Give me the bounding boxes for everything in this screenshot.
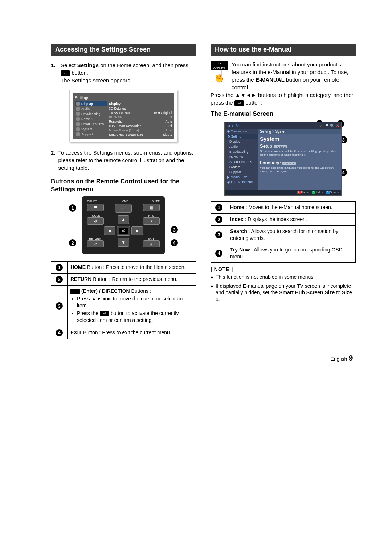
search-icon: 🔍 (330, 124, 334, 128)
text: Button : Press to move to the Home scree… (86, 264, 185, 270)
hand-icon: ☝ (211, 69, 228, 84)
remote-buttons-table: 1 HOME Button : Press to move to the Hom… (51, 261, 196, 339)
text: Press the (77, 310, 100, 316)
note-heading: | NOTE | (211, 266, 356, 272)
settings-title: Settings (75, 95, 172, 100)
sub: Display (225, 139, 258, 144)
enter-icon: ⏎ (61, 70, 70, 76)
bold: Home (230, 204, 244, 210)
emanual-remote-icon: E-MANUAL ☝ (211, 61, 228, 84)
option: Setup (260, 143, 272, 149)
try-now-badge: Try Now (274, 145, 287, 148)
exit-button: ⎋ (143, 240, 160, 247)
cat: Connection (231, 130, 248, 133)
guide-button: ▦ (143, 204, 160, 211)
text: to (335, 290, 342, 295)
index-icon: ≣ (324, 124, 329, 128)
return-button: ↶ (87, 240, 104, 247)
sub: Support (225, 169, 258, 175)
refresh-icon: ↻ (235, 124, 240, 128)
display-icon (76, 102, 80, 106)
bold: (Enter) / DIRECTION (80, 288, 130, 294)
row-v: Off (168, 115, 172, 119)
right-button: ► (131, 226, 143, 235)
option: Language (260, 160, 281, 165)
chevron-down-icon: ⌄ (225, 185, 258, 190)
home-button: ⌂ (115, 204, 132, 213)
row-k: BD Wise (109, 115, 122, 119)
callout-3: 3 (171, 226, 178, 233)
text: To access the Settings menus, sub-menus,… (58, 149, 196, 172)
desc: You can select the language you prefer f… (260, 166, 339, 173)
foot-label: Search (330, 191, 339, 194)
bold: EXIT (70, 330, 82, 335)
badge-1: 1 (215, 204, 222, 211)
broadcast-icon (76, 112, 80, 116)
emanual-table: 1 Home : Moves to the e-Manual home scre… (211, 201, 356, 263)
emanual-screenshot: ◄►↻ ⌂ ≣ 🔍 ✕ ◈ Connection ⚙ Setting Displ… (224, 122, 342, 196)
home-icon: ⌂ (319, 124, 324, 128)
bold: E-MANUAL (256, 77, 285, 83)
text: button. (70, 70, 88, 76)
remote-sub-heading: Buttons on the Remote Control used for t… (51, 177, 196, 193)
media-icon: ▶ (227, 175, 230, 179)
page-title: System (260, 136, 339, 142)
connection-icon: ◈ (227, 130, 230, 133)
note-item: This function is not enabled in some men… (211, 274, 356, 281)
sidebar-item: Display (81, 102, 93, 106)
back-icon: ◄ (226, 124, 231, 128)
sidebar-item: Broadcasting (81, 112, 101, 116)
badge-3: 3 (215, 231, 222, 238)
sidebar-item: Smart Features (81, 122, 104, 126)
tools-label: TOOLS (87, 214, 103, 217)
dtv-icon: ◉ (227, 180, 230, 184)
row-v: 16:9 Original (154, 111, 172, 115)
system-icon (76, 127, 80, 131)
bold: Search (230, 228, 247, 234)
sidebar-item: System (81, 127, 92, 131)
emanual-sub-heading: The E-manual Screen (211, 110, 356, 118)
audio-icon (76, 107, 80, 111)
bold: RETURN (70, 276, 91, 282)
exit-label: EXIT (143, 237, 159, 240)
step-num: 2. (51, 149, 56, 172)
bold: HOME (70, 264, 86, 270)
callout-2: 2 (69, 239, 76, 246)
blue-key-icon: D (326, 191, 330, 194)
text: : Displays the index screen. (244, 216, 307, 222)
callout-4: 4 (171, 239, 178, 246)
desc: Sets the channels and the time when sett… (260, 150, 339, 156)
bullet: Press the ⏎ button to activate the curre… (77, 310, 193, 324)
text: . (219, 296, 220, 302)
green-key-icon: B (312, 191, 315, 194)
text: Select (61, 62, 77, 68)
chlist-label: CH LIST (87, 200, 97, 202)
up-button: ▲ (118, 215, 129, 224)
page-number: 9 (348, 353, 353, 363)
badge-2: 2 (215, 216, 222, 223)
bold: Settings (77, 62, 99, 68)
sub: System (225, 164, 258, 169)
settings-sidebar: Display Audio Broadcasting Network Smart… (75, 101, 107, 137)
badge-1: 1 (56, 264, 63, 271)
row-k: Resolution (109, 120, 124, 123)
foot-label: Home (301, 191, 309, 194)
breadcrumb: Setting > System (258, 129, 341, 134)
cat: Setting (231, 135, 241, 138)
badge-4: 4 (56, 329, 63, 336)
row-k: DTV Smart Resolution (109, 124, 142, 128)
row-k: 3D Settings (109, 107, 126, 110)
sidebar-item: Network (81, 117, 93, 121)
badge-3: 3 (56, 302, 63, 310)
setting-icon: ⚙ (227, 135, 230, 138)
smart-icon (76, 122, 80, 126)
row-v: Auto (165, 120, 172, 123)
fwd-icon: ► (231, 124, 235, 128)
text: Button : Return to the previous menu. (91, 276, 177, 282)
bold: Smart Hub Screen Size (279, 290, 335, 295)
row-v: Off (168, 124, 172, 128)
row-k: Movie Frame (24fps) (109, 128, 139, 132)
info-label: INFO (143, 214, 159, 217)
cat: DTV Functions (231, 180, 253, 184)
callout-1: 1 (69, 204, 76, 212)
